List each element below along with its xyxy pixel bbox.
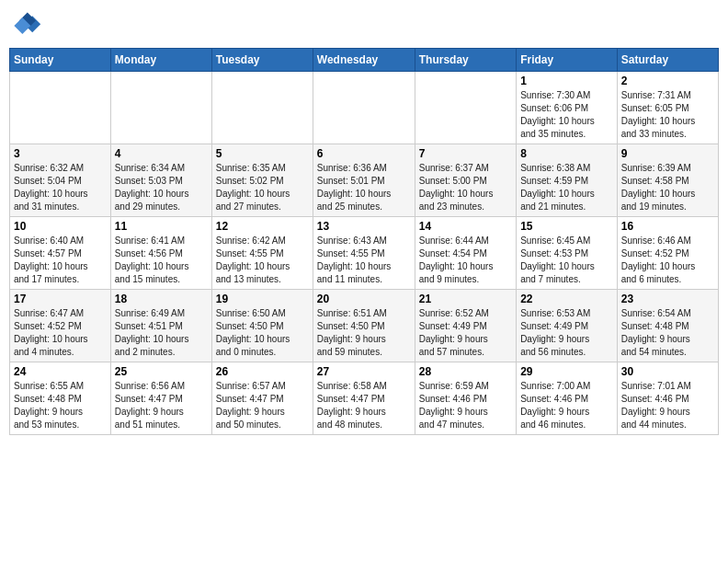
day-number: 2 — [621, 75, 714, 87]
day-cell: 9Sunrise: 6:39 AM Sunset: 4:58 PM Daylig… — [617, 144, 718, 217]
day-number: 7 — [419, 147, 512, 160]
day-info: Sunrise: 6:59 AM Sunset: 4:46 PM Dayligh… — [419, 380, 512, 431]
day-cell: 12Sunrise: 6:42 AM Sunset: 4:55 PM Dayli… — [211, 217, 313, 290]
day-number: 19 — [216, 293, 309, 305]
day-number: 17 — [14, 293, 107, 305]
page: SundayMondayTuesdayWednesdayThursdayFrid… — [0, 0, 728, 563]
day-number: 23 — [621, 293, 714, 305]
day-cell: 5Sunrise: 6:35 AM Sunset: 5:02 PM Daylig… — [211, 144, 313, 217]
day-number: 1 — [520, 75, 613, 87]
day-info: Sunrise: 6:57 AM Sunset: 4:47 PM Dayligh… — [216, 380, 309, 431]
day-number: 4 — [115, 147, 208, 160]
day-cell: 27Sunrise: 6:58 AM Sunset: 4:47 PM Dayli… — [313, 362, 415, 435]
day-number: 6 — [317, 147, 411, 160]
day-cell: 25Sunrise: 6:56 AM Sunset: 4:47 PM Dayli… — [110, 362, 211, 435]
day-number: 5 — [216, 147, 309, 160]
day-cell: 2Sunrise: 7:31 AM Sunset: 6:05 PM Daylig… — [617, 72, 718, 144]
logo-icon — [9, 9, 42, 42]
day-cell: 1Sunrise: 7:30 AM Sunset: 6:06 PM Daylig… — [517, 72, 618, 144]
day-cell: 13Sunrise: 6:43 AM Sunset: 4:55 PM Dayli… — [313, 217, 415, 290]
day-cell: 11Sunrise: 6:41 AM Sunset: 4:56 PM Dayli… — [110, 217, 211, 290]
day-cell: 14Sunrise: 6:44 AM Sunset: 4:54 PM Dayli… — [415, 217, 516, 290]
day-info: Sunrise: 6:58 AM Sunset: 4:47 PM Dayligh… — [317, 380, 411, 431]
day-cell: 29Sunrise: 7:00 AM Sunset: 4:46 PM Dayli… — [517, 362, 618, 435]
calendar-table: SundayMondayTuesdayWednesdayThursdayFrid… — [9, 48, 719, 435]
day-info: Sunrise: 6:45 AM Sunset: 4:53 PM Dayligh… — [520, 235, 613, 286]
day-info: Sunrise: 6:53 AM Sunset: 4:49 PM Dayligh… — [520, 307, 613, 359]
day-info: Sunrise: 7:01 AM Sunset: 4:46 PM Dayligh… — [621, 380, 714, 431]
day-number: 8 — [520, 147, 613, 160]
day-cell: 8Sunrise: 6:38 AM Sunset: 4:59 PM Daylig… — [517, 144, 618, 217]
day-info: Sunrise: 6:51 AM Sunset: 4:50 PM Dayligh… — [317, 307, 411, 359]
day-info: Sunrise: 7:00 AM Sunset: 4:46 PM Dayligh… — [520, 380, 613, 431]
day-cell — [415, 72, 516, 144]
day-info: Sunrise: 7:31 AM Sunset: 6:05 PM Dayligh… — [621, 89, 714, 141]
day-cell: 6Sunrise: 6:36 AM Sunset: 5:01 PM Daylig… — [313, 144, 415, 217]
week-row-3: 17Sunrise: 6:47 AM Sunset: 4:52 PM Dayli… — [10, 290, 719, 362]
day-number: 13 — [317, 220, 411, 233]
day-info: Sunrise: 6:38 AM Sunset: 4:59 PM Dayligh… — [520, 162, 613, 213]
day-info: Sunrise: 6:54 AM Sunset: 4:48 PM Dayligh… — [621, 307, 714, 359]
day-info: Sunrise: 6:46 AM Sunset: 4:52 PM Dayligh… — [621, 235, 714, 286]
header — [9, 9, 719, 42]
day-info: Sunrise: 6:41 AM Sunset: 4:56 PM Dayligh… — [115, 235, 208, 286]
day-info: Sunrise: 6:35 AM Sunset: 5:02 PM Dayligh… — [216, 162, 309, 213]
day-cell — [313, 72, 415, 144]
day-cell: 20Sunrise: 6:51 AM Sunset: 4:50 PM Dayli… — [313, 290, 415, 362]
day-cell — [110, 72, 211, 144]
day-info: Sunrise: 6:49 AM Sunset: 4:51 PM Dayligh… — [115, 307, 208, 359]
day-info: Sunrise: 6:42 AM Sunset: 4:55 PM Dayligh… — [216, 235, 309, 286]
day-info: Sunrise: 6:43 AM Sunset: 4:55 PM Dayligh… — [317, 235, 411, 286]
day-number: 3 — [14, 147, 107, 160]
day-number: 16 — [621, 220, 714, 233]
day-cell: 19Sunrise: 6:50 AM Sunset: 4:50 PM Dayli… — [211, 290, 313, 362]
day-number: 22 — [520, 293, 613, 305]
day-number: 30 — [621, 365, 714, 378]
weekday-header-sunday: Sunday — [10, 49, 111, 72]
day-cell: 24Sunrise: 6:55 AM Sunset: 4:48 PM Dayli… — [10, 362, 111, 435]
day-cell: 26Sunrise: 6:57 AM Sunset: 4:47 PM Dayli… — [211, 362, 313, 435]
day-cell: 4Sunrise: 6:34 AM Sunset: 5:03 PM Daylig… — [110, 144, 211, 217]
day-cell: 30Sunrise: 7:01 AM Sunset: 4:46 PM Dayli… — [617, 362, 718, 435]
day-number: 29 — [520, 365, 613, 378]
day-info: Sunrise: 6:52 AM Sunset: 4:49 PM Dayligh… — [419, 307, 512, 359]
day-cell: 21Sunrise: 6:52 AM Sunset: 4:49 PM Dayli… — [415, 290, 516, 362]
day-number: 11 — [115, 220, 208, 233]
weekday-header-thursday: Thursday — [415, 49, 516, 72]
day-number: 14 — [419, 220, 512, 233]
day-info: Sunrise: 6:40 AM Sunset: 4:57 PM Dayligh… — [14, 235, 107, 286]
day-number: 27 — [317, 365, 411, 378]
day-info: Sunrise: 6:50 AM Sunset: 4:50 PM Dayligh… — [216, 307, 309, 359]
day-number: 28 — [419, 365, 512, 378]
day-info: Sunrise: 6:47 AM Sunset: 4:52 PM Dayligh… — [14, 307, 107, 359]
day-cell — [211, 72, 313, 144]
day-cell: 17Sunrise: 6:47 AM Sunset: 4:52 PM Dayli… — [10, 290, 111, 362]
day-cell: 10Sunrise: 6:40 AM Sunset: 4:57 PM Dayli… — [10, 217, 111, 290]
week-row-0: 1Sunrise: 7:30 AM Sunset: 6:06 PM Daylig… — [10, 72, 719, 144]
weekday-header-friday: Friday — [517, 49, 618, 72]
day-number: 18 — [115, 293, 208, 305]
day-cell: 16Sunrise: 6:46 AM Sunset: 4:52 PM Dayli… — [617, 217, 718, 290]
day-info: Sunrise: 6:55 AM Sunset: 4:48 PM Dayligh… — [14, 380, 107, 431]
day-number: 26 — [216, 365, 309, 378]
day-info: Sunrise: 7:30 AM Sunset: 6:06 PM Dayligh… — [520, 89, 613, 141]
day-number: 10 — [14, 220, 107, 233]
day-info: Sunrise: 6:34 AM Sunset: 5:03 PM Dayligh… — [115, 162, 208, 213]
weekday-header-tuesday: Tuesday — [211, 49, 313, 72]
day-number: 24 — [14, 365, 107, 378]
day-info: Sunrise: 6:39 AM Sunset: 4:58 PM Dayligh… — [621, 162, 714, 213]
day-number: 25 — [115, 365, 208, 378]
weekday-header-row: SundayMondayTuesdayWednesdayThursdayFrid… — [10, 49, 719, 72]
day-info: Sunrise: 6:32 AM Sunset: 5:04 PM Dayligh… — [14, 162, 107, 213]
weekday-header-monday: Monday — [110, 49, 211, 72]
week-row-1: 3Sunrise: 6:32 AM Sunset: 5:04 PM Daylig… — [10, 144, 719, 217]
day-number: 21 — [419, 293, 512, 305]
day-cell: 15Sunrise: 6:45 AM Sunset: 4:53 PM Dayli… — [517, 217, 618, 290]
day-cell: 7Sunrise: 6:37 AM Sunset: 5:00 PM Daylig… — [415, 144, 516, 217]
day-number: 12 — [216, 220, 309, 233]
weekday-header-wednesday: Wednesday — [313, 49, 415, 72]
weekday-header-saturday: Saturday — [617, 49, 718, 72]
day-number: 15 — [520, 220, 613, 233]
week-row-4: 24Sunrise: 6:55 AM Sunset: 4:48 PM Dayli… — [10, 362, 719, 435]
week-row-2: 10Sunrise: 6:40 AM Sunset: 4:57 PM Dayli… — [10, 217, 719, 290]
